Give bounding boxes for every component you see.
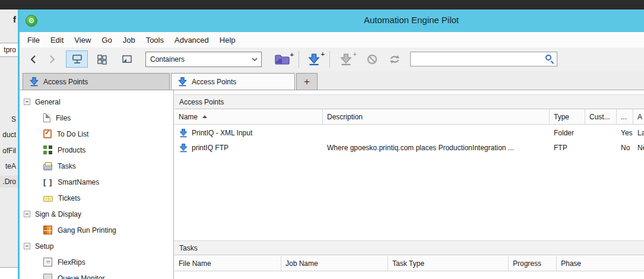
panel-title: Access Points — [179, 98, 224, 106]
sidebar-group-sign-display[interactable]: Sign & Display — [20, 206, 173, 222]
column-header-type[interactable]: Type — [550, 109, 585, 124]
sidebar-item-tickets[interactable]: Tickets — [20, 190, 173, 206]
grid-view-button[interactable] — [91, 50, 113, 68]
sidebar-item-to-do-list[interactable]: To Do List — [20, 126, 173, 142]
new-container-button[interactable]: + — [269, 50, 294, 68]
toolbar-divider — [329, 51, 330, 68]
row-last: Ne — [637, 144, 644, 152]
tab-access-points-2[interactable]: Access Points — [171, 73, 295, 90]
pilot-window: ⚙ Automation Engine Pilot File Edit View… — [18, 9, 644, 279]
search-icon[interactable] — [545, 55, 551, 61]
deactivate-button — [363, 50, 382, 68]
menu-view[interactable]: View — [69, 34, 96, 46]
item-label: Files — [56, 114, 71, 122]
menu-go[interactable]: Go — [96, 34, 117, 46]
column-header-file-name[interactable]: File Name — [175, 256, 281, 271]
title-bar: ⚙ Automation Engine Pilot — [20, 9, 644, 32]
column-header-last[interactable]: A — [633, 109, 644, 124]
menu-bar: File Edit View Go Job Tools Advanced Hel… — [20, 32, 644, 47]
plus-badge-icon: + — [353, 50, 357, 58]
column-header-task-type[interactable]: Task Type — [388, 256, 509, 271]
sidebar-item-gang-run-printing[interactable]: Gang Run Printing — [20, 222, 173, 238]
sidebar-group-setup[interactable]: Setup — [20, 238, 173, 254]
item-label: SmartNames — [58, 178, 99, 186]
menu-help[interactable]: Help — [214, 34, 241, 46]
sidebar-group-general[interactable]: General — [20, 94, 173, 110]
tab-bar: Access Points Access Points + — [20, 71, 644, 90]
background-list-fragment: duct — [2, 131, 16, 139]
access-point-icon — [307, 53, 321, 66]
access-point-row-printiq-xml[interactable]: PrintIQ - XML Input Folder Yes La — [175, 125, 644, 140]
group-label: Setup — [35, 242, 53, 251]
new-access-point-button[interactable]: + — [302, 50, 326, 68]
background-list-fragment: ofFil — [2, 147, 16, 155]
screenshot-root: f tpro S duct ofFil teA .Dro ⚙ Automatio… — [0, 0, 644, 279]
row-name: PrintIQ - XML Input — [192, 129, 252, 137]
row-type: FTP — [554, 144, 567, 152]
sidebar-item-products[interactable]: Products — [20, 142, 173, 158]
menu-advanced[interactable]: Advanced — [169, 34, 214, 46]
collapse-icon[interactable] — [24, 99, 30, 105]
column-header-customer[interactable]: Cust... — [585, 109, 617, 124]
todo-checklist-icon — [43, 129, 52, 138]
access-point-icon — [179, 128, 188, 138]
column-header-phase[interactable]: Phase — [557, 256, 644, 271]
column-header-active[interactable]: ... — [617, 109, 633, 124]
collapse-icon[interactable] — [24, 243, 30, 249]
desktop-top-bar — [0, 0, 644, 9]
menu-edit[interactable]: Edit — [45, 34, 69, 46]
column-header-description[interactable]: Description — [323, 109, 550, 124]
canvas-view-icon — [121, 54, 133, 65]
sidebar-item-queue-monitor[interactable]: Queue Monitor — [20, 270, 173, 279]
main-panel: Access Points Name Description Type Cust… — [175, 90, 644, 279]
menu-tools[interactable]: Tools — [141, 34, 169, 46]
row-type: Folder — [554, 129, 574, 137]
column-header-job-name[interactable]: Job Name — [281, 256, 388, 271]
containers-view-button[interactable] — [66, 50, 88, 68]
background-list-fragment: teA — [5, 162, 16, 170]
row-description: Where gpoesko.printiq.com places Product… — [327, 144, 514, 152]
content-area: General Files To Do List Products Tasks — [20, 90, 644, 279]
forward-icon[interactable] — [46, 53, 58, 65]
background-panel-fragment — [0, 267, 18, 279]
tasks-printer-icon — [43, 164, 52, 170]
sort-ascending-icon — [202, 115, 207, 118]
access-point-row-printiq-ftp[interactable]: printIQ FTP Where gpoesko.printiq.com pl… — [175, 140, 644, 155]
sidebar-item-files[interactable]: Files — [20, 110, 173, 126]
background-window: f tpro S duct ofFil teA .Dro — [0, 9, 18, 279]
row-name: printIQ FTP — [192, 144, 229, 152]
background-list-fragment: S — [11, 115, 16, 123]
refresh-button — [385, 50, 404, 68]
tab-access-points-1[interactable]: Access Points — [23, 73, 170, 90]
access-point-icon — [179, 143, 188, 153]
containers-dropdown[interactable]: Containers — [145, 52, 262, 67]
back-icon[interactable] — [28, 53, 40, 65]
row-active: No — [621, 144, 630, 152]
collapse-icon[interactable] — [24, 211, 30, 217]
background-text-fragment: f — [13, 14, 16, 24]
menu-file[interactable]: File — [22, 34, 45, 46]
folder-icon — [274, 53, 290, 65]
ticket-icon — [43, 196, 53, 202]
menu-job[interactable]: Job — [118, 34, 141, 46]
new-access-point-disabled-button: + — [334, 50, 358, 68]
toolbar-divider — [299, 51, 299, 68]
refresh-icon — [389, 54, 401, 65]
column-header-name[interactable]: Name — [175, 109, 323, 124]
group-label: General — [35, 98, 61, 106]
item-label: Tickets — [58, 194, 81, 202]
access-points-column-headers: Name Description Type Cust... ... — [175, 109, 644, 125]
new-tab-button[interactable]: + — [296, 73, 318, 90]
item-label: Tasks — [58, 162, 76, 170]
column-header-progress[interactable]: Progress — [509, 256, 557, 271]
esko-gear-icon: ⚙ — [26, 15, 37, 27]
sidebar-item-flexrips[interactable]: ↑↑ FlexRips — [20, 254, 173, 270]
canvas-view-button[interactable] — [116, 50, 138, 68]
sidebar-item-tasks[interactable]: Tasks — [20, 158, 173, 174]
access-point-icon — [177, 77, 188, 87]
containers-dropdown-value: Containers — [150, 55, 185, 64]
search-input[interactable] — [413, 53, 541, 65]
panel-title: Tasks — [179, 244, 198, 252]
sidebar-item-smartnames[interactable]: [ ] SmartNames — [20, 174, 173, 190]
tab-label: Access Points — [43, 78, 88, 86]
